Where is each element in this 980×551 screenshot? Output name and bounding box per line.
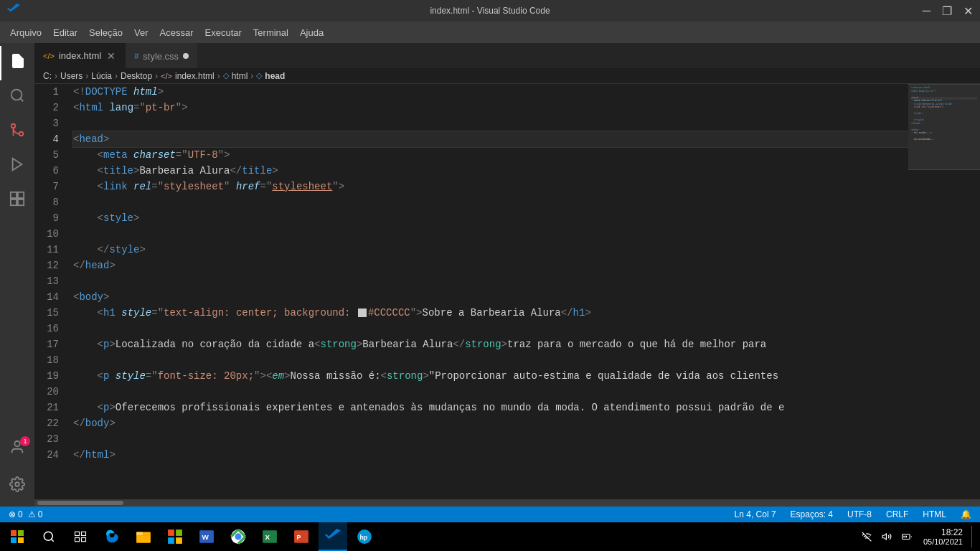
status-eol[interactable]: CRLF [883, 509, 911, 519]
taskbar-store[interactable] [161, 522, 189, 551]
maximize-button[interactable]: ❐ [942, 4, 952, 18]
code-line-7: <link rel="stylesheet" href="stylesheet"… [73, 179, 908, 194]
title-bar-controls[interactable]: ─ ❐ ✕ [923, 4, 973, 18]
activity-extensions[interactable] [0, 184, 34, 218]
code-line-20 [73, 384, 908, 400]
ln-19: 19 [34, 368, 65, 384]
taskbar-word[interactable]: W [192, 522, 221, 551]
breadcrumb-desktop[interactable]: Desktop [121, 71, 152, 81]
ln-12: 12 [34, 258, 65, 273]
status-encoding[interactable]: UTF-8 [844, 509, 875, 519]
menu-ver[interactable]: Ver [128, 24, 154, 41]
code-line-4: <head> [73, 131, 908, 147]
breadcrumb-users[interactable]: Users [60, 71, 83, 81]
show-desktop[interactable] [971, 526, 977, 547]
minimize-button[interactable]: ─ [923, 4, 930, 17]
activity-git[interactable] [0, 115, 34, 149]
menu-acessar[interactable]: Acessar [154, 24, 199, 41]
svg-rect-18 [82, 532, 86, 535]
activity-search[interactable] [0, 80, 34, 115]
tab-close-index[interactable]: ✕ [105, 50, 117, 62]
taskbar-search[interactable] [34, 522, 63, 551]
taskbar-hp[interactable]: hp [350, 522, 379, 551]
warning-count: 0 [38, 509, 43, 519]
taskbar-powerpoint[interactable]: P [287, 522, 316, 551]
svg-rect-17 [75, 532, 80, 535]
git-icon [9, 122, 25, 142]
taskbar-edge[interactable] [98, 522, 126, 551]
extensions-icon [9, 191, 25, 211]
activity-explorer[interactable] [0, 46, 34, 80]
taskbar-taskview[interactable] [66, 522, 95, 551]
files-icon [9, 52, 27, 74]
code-line-21: <p>Oferecemos profissionais experientes … [73, 400, 908, 415]
status-spaces-label: Espaços: 4 [791, 509, 833, 519]
close-button[interactable]: ✕ [963, 4, 973, 18]
status-encoding-label: UTF-8 [847, 509, 872, 519]
menu-bar: Arquivo Editar Seleção Ver Acessar Execu… [0, 22, 980, 43]
status-spaces[interactable]: Espaços: 4 [788, 509, 836, 519]
activity-account[interactable]: 1 [0, 432, 34, 466]
debug-icon [9, 156, 25, 176]
menu-terminal[interactable]: Terminal [248, 24, 294, 41]
main-area: 1 </> index.html ✕ # style.css C: › [0, 43, 980, 507]
taskbar: W X P hp 18:22 [0, 522, 980, 551]
menu-selecao[interactable]: Seleção [83, 24, 128, 41]
taskbar-vscode[interactable] [319, 522, 347, 551]
taskbar-volume[interactable] [879, 532, 895, 542]
breadcrumb-c[interactable]: C: [43, 71, 52, 81]
svg-rect-14 [18, 537, 24, 543]
start-button[interactable] [3, 522, 32, 551]
code-editor[interactable]: 1 2 3 4 5 6 7 8 9 10 11 12 13 14 15 16 1… [34, 84, 980, 499]
taskbar-date: 05/10/2021 [923, 537, 963, 546]
svg-line-16 [51, 539, 53, 541]
taskbar-fileexplorer[interactable] [129, 522, 158, 551]
activity-settings[interactable] [0, 469, 34, 504]
activity-debug[interactable] [0, 149, 34, 184]
taskbar-chrome[interactable] [224, 522, 253, 551]
breadcrumb-head[interactable]: head [265, 71, 285, 81]
svg-point-15 [44, 532, 52, 540]
breadcrumb-html[interactable]: html [232, 71, 248, 81]
ln-11: 11 [34, 242, 65, 258]
menu-executar[interactable]: Executar [199, 24, 248, 41]
horizontal-scrollbar[interactable] [34, 499, 980, 507]
code-line-17: <p>Localizada no coração da cidade a <st… [73, 336, 908, 352]
breadcrumb: C: › Users › Lúcia › Desktop › </> index… [34, 68, 980, 84]
breadcrumb-lucia[interactable]: Lúcia [91, 71, 112, 81]
breadcrumb-indexhtml[interactable]: index.html [175, 71, 215, 81]
taskbar-excel[interactable]: X [255, 522, 284, 551]
taskbar-battery[interactable] [899, 532, 915, 542]
ln-13: 13 [34, 273, 65, 289]
editor-area: </> index.html ✕ # style.css C: › Users … [34, 43, 980, 507]
taskbar-network[interactable] [859, 532, 875, 542]
status-left: ⊗ 0 ⚠ 0 [6, 509, 45, 519]
status-language[interactable]: HTML [920, 509, 949, 519]
status-ln-col: Ln 4, Col 7 [735, 509, 776, 519]
svg-text:hp: hp [359, 534, 367, 541]
code-line-23 [73, 431, 908, 447]
ln-23: 23 [34, 431, 65, 447]
tab-style-css[interactable]: # style.css [126, 43, 197, 68]
warning-icon: ⚠ [28, 509, 36, 519]
tab-index-html[interactable]: </> index.html ✕ [34, 43, 126, 68]
taskbar-datetime[interactable]: 18:22 05/10/2021 [919, 527, 967, 546]
ln-2: 2 [34, 100, 65, 116]
status-right: Ln 4, Col 7 Espaços: 4 UTF-8 CRLF HTML 🔔 [732, 509, 974, 519]
ln-6: 6 [34, 163, 65, 179]
ln-16: 16 [34, 321, 65, 336]
scrollbar-thumb-h[interactable] [37, 501, 123, 505]
status-errors[interactable]: ⊗ 0 ⚠ 0 [6, 509, 45, 519]
code-line-15: <h1 style="text-align: center; backgroun… [73, 305, 908, 321]
code-line-14: <body> [73, 289, 908, 305]
ln-21: 21 [34, 400, 65, 415]
menu-editar[interactable]: Editar [47, 24, 83, 41]
code-line-22: </body> [73, 415, 908, 431]
code-content[interactable]: <!DOCTYPE html> <html lang="pt-br"> <hea… [70, 84, 908, 499]
status-position[interactable]: Ln 4, Col 7 [732, 509, 779, 519]
menu-arquivo[interactable]: Arquivo [4, 24, 47, 41]
code-line-18 [73, 352, 908, 368]
menu-ajuda[interactable]: Ajuda [294, 24, 329, 41]
code-line-9: <style> [73, 210, 908, 226]
status-notifications[interactable]: 🔔 [958, 509, 974, 519]
